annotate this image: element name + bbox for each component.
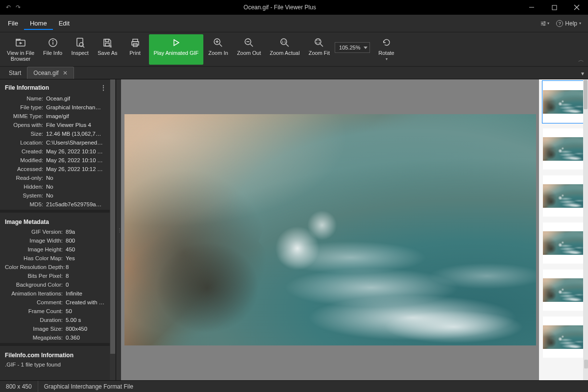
zoom-in-button[interactable]: Zoom In [204, 34, 232, 65]
maximize-button[interactable] [543, 0, 565, 15]
frame-thumbnails [539, 79, 588, 380]
inspect-icon [74, 37, 85, 48]
info-row: Megapixels:0.360 [5, 333, 114, 342]
image-viewer[interactable] [121, 79, 539, 380]
info-row: MD5:21c5adb7e529759a573… [5, 200, 114, 209]
fileinfo-com-line: .GIF - 1 file type found [5, 361, 114, 371]
info-row: MIME Type:image/gif [5, 112, 114, 121]
window-title: Ocean.gif - File Viewer Plus [39, 4, 520, 11]
image-metadata-panel: Image Metadata GIF Version:89aImage Widt… [0, 213, 116, 343]
thumbnail[interactable] [543, 317, 584, 358]
ribbon: View in File Browser File Info Inspect S… [0, 32, 588, 67]
thumbnail[interactable] [543, 175, 584, 217]
inspect-button[interactable]: Inspect [67, 34, 93, 65]
svg-point-13 [52, 40, 53, 41]
titlebar: ↶ ↷ Ocean.gif - File Viewer Plus [0, 0, 588, 15]
info-icon [48, 37, 58, 48]
tab-start[interactable]: Start [3, 67, 27, 79]
info-sidebar: File Information ⋮ Name:Ocean.gifFile ty… [0, 79, 116, 380]
info-row: Hidden:No [5, 182, 114, 191]
thumbnail[interactable] [543, 128, 584, 170]
info-row: Has Color Map:Yes [5, 254, 114, 263]
fileinfo-com-panel: FileInfo.com Information .GIF - 1 file t… [0, 346, 116, 372]
svg-marker-22 [174, 40, 179, 46]
help-icon: ? [556, 20, 563, 27]
file-information-panel: File Information ⋮ Name:Ocean.gifFile ty… [0, 79, 116, 210]
settings-icon[interactable]: ▾ [540, 19, 549, 28]
zoom-level-dropdown[interactable]: 105.25% [335, 42, 369, 53]
info-row: Image Width:800 [5, 236, 114, 245]
thumbnail[interactable] [543, 270, 584, 311]
info-row: Color Resolution Depth:8 [5, 263, 114, 271]
info-row: GIF Version:89a [5, 227, 114, 236]
tab-file[interactable]: Ocean.gif ✕ [27, 67, 74, 79]
info-row: Background Color:0 [5, 280, 114, 289]
info-row: Name:Ocean.gif [5, 94, 114, 103]
help-button[interactable]: ? Help ▾ [556, 20, 581, 27]
zoom-actual-button[interactable]: 1:1 Zoom Actual [266, 34, 304, 65]
svg-rect-18 [105, 43, 109, 46]
play-animated-gif-button[interactable]: Play Animated GIF [149, 34, 204, 65]
info-row: Modified:May 26, 2022 10:10 AM [5, 156, 114, 165]
status-dimensions: 800 x 450 [0, 381, 38, 392]
redo-icon[interactable]: ↷ [16, 4, 21, 11]
info-row: Opens with:File Viewer Plus 4 [5, 121, 114, 129]
menu-edit[interactable]: Edit [53, 17, 75, 30]
zoom-actual-icon: 1:1 [279, 37, 290, 48]
undo-icon[interactable]: ↶ [6, 4, 11, 11]
print-button[interactable]: Print [122, 34, 148, 65]
svg-line-24 [220, 44, 222, 47]
svg-line-28 [250, 44, 253, 47]
svg-point-33 [315, 39, 321, 45]
ribbon-collapse-icon[interactable]: ︿ [578, 56, 584, 64]
file-info-title: File Information [5, 84, 49, 91]
close-button[interactable] [565, 0, 588, 15]
zoom-in-icon [213, 37, 223, 48]
view-in-file-browser-button[interactable]: View in File Browser [3, 34, 38, 65]
svg-rect-1 [552, 5, 557, 10]
info-row: Comment:Created with e… [5, 298, 114, 307]
chevron-down-icon [364, 47, 368, 49]
menu-home[interactable]: Home [24, 17, 53, 30]
print-icon [130, 37, 141, 48]
thumbnail[interactable] [543, 81, 584, 122]
file-info-button[interactable]: File Info [39, 34, 66, 65]
sidebar-scrollbar[interactable] [110, 79, 116, 380]
info-row: Bits Per Pixel:8 [5, 271, 114, 280]
statusbar: 800 x 450 Graphical Interchange Format F… [0, 380, 588, 392]
folder-arrow-icon [15, 37, 26, 48]
zoom-fit-icon [314, 37, 324, 48]
info-row: Animation Iterations:Infinite [5, 289, 114, 298]
rotate-icon [381, 37, 392, 48]
status-filetype: Graphical Interchange Format File [38, 381, 139, 392]
info-row: Duration:5.00 s [5, 316, 114, 324]
thumbnails-scrollbar[interactable] [583, 79, 588, 380]
expand-tabs-icon[interactable]: ▾ [581, 70, 584, 77]
info-row: Frame Count:50 [5, 307, 114, 316]
splitter[interactable]: ⋮ [116, 79, 121, 380]
tabstrip: Start Ocean.gif ✕ ▾ [0, 67, 588, 79]
zoom-out-button[interactable]: Zoom Out [233, 34, 265, 65]
info-row: System:No [5, 191, 114, 200]
zoom-fit-button[interactable]: Zoom Fit [305, 34, 334, 65]
fileinfo-com-title: FileInfo.com Information [5, 349, 114, 361]
zoom-out-icon [244, 37, 254, 48]
info-row: Created:May 26, 2022 10:10 AM [5, 147, 114, 156]
minimize-button[interactable] [520, 0, 543, 15]
svg-text:1:1: 1:1 [281, 40, 286, 44]
svg-rect-14 [77, 38, 83, 46]
thumbnail[interactable] [543, 222, 584, 264]
save-as-button[interactable]: Save As [94, 34, 121, 65]
menu-file[interactable]: File [2, 17, 24, 30]
info-row: File type:Graphical Interchange … [5, 103, 114, 112]
save-as-icon [102, 37, 113, 48]
info-row: Image Height:450 [5, 245, 114, 254]
displayed-image [124, 114, 536, 345]
menubar: File Home Edit ▾ ? Help ▾ [0, 15, 588, 32]
info-row: Accessed:May 26, 2022 10:12 AM [5, 165, 114, 173]
play-icon [171, 37, 181, 48]
close-tab-icon[interactable]: ✕ [63, 70, 68, 76]
svg-line-16 [83, 46, 84, 48]
info-row: Image Size:800x450 [5, 324, 114, 333]
rotate-button[interactable]: Rotate ▾ [374, 34, 399, 65]
